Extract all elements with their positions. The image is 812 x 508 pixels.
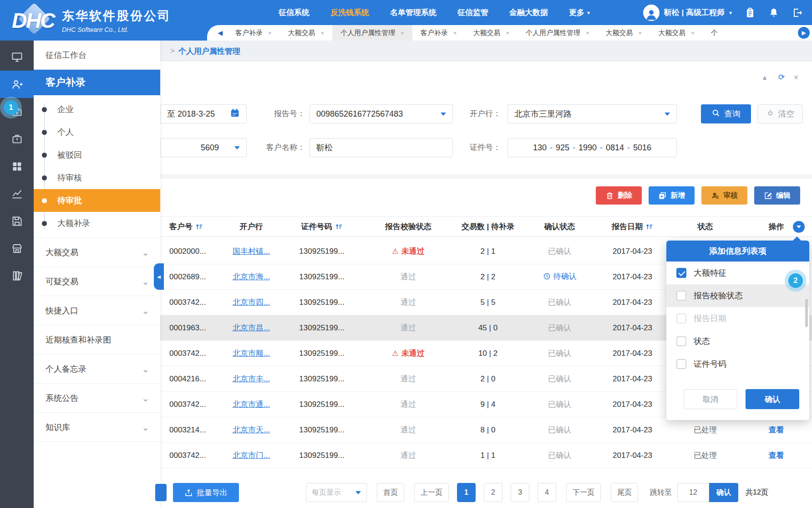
user-menu[interactable]: 靳松 | 高级工程师 ▾: [643, 5, 732, 21]
add-button[interactable]: 新增: [649, 186, 695, 205]
bell-icon[interactable]: [768, 7, 779, 18]
date-to-field[interactable]: 至 2018-3-25: [160, 104, 247, 123]
page-number-button[interactable]: 3: [511, 483, 529, 502]
top-nav-item[interactable]: 反洗钱系统: [330, 7, 372, 18]
top-nav-item[interactable]: 征信系统: [279, 7, 312, 18]
checkbox-icon[interactable]: [676, 313, 686, 323]
bank-link[interactable]: 国丰村镇...: [233, 247, 270, 256]
sidebar-section-item[interactable]: 系统公告 ⌄: [34, 384, 160, 413]
books-icon[interactable]: [0, 262, 34, 289]
tab[interactable]: 大额交易 ×: [280, 25, 333, 41]
column-option[interactable]: 证件号码: [666, 353, 809, 375]
clear-button[interactable]: 清空: [757, 104, 803, 123]
last-page-button[interactable]: 尾页: [611, 483, 638, 502]
sort-icon[interactable]: [645, 223, 653, 231]
tabs-scroll-right-button[interactable]: ▶: [798, 27, 810, 39]
sidebar-sub-item[interactable]: 被驳回: [34, 144, 160, 166]
jump-page-input[interactable]: 12: [677, 483, 709, 502]
bank-link[interactable]: 北京市天...: [233, 426, 270, 434]
bank-link[interactable]: 北京市昌...: [233, 323, 270, 332]
tabs-scroll-left-button[interactable]: ◀: [213, 29, 227, 36]
top-nav-item[interactable]: 更多 ▾: [569, 7, 590, 18]
customer-name-input[interactable]: 靳松: [310, 138, 453, 157]
column-header-confirm-status[interactable]: 确认状态: [524, 221, 595, 232]
column-header-report-date[interactable]: 报告日期: [595, 221, 670, 232]
sidebar-section-item[interactable]: 个人备忘录 ⌄: [34, 354, 160, 384]
tab-close-icon[interactable]: ×: [268, 30, 272, 36]
tab-close-icon[interactable]: ×: [401, 30, 404, 36]
top-nav-item[interactable]: 名单管理系统: [390, 7, 439, 18]
sidebar-item-workbench[interactable]: 征信工作台: [34, 41, 160, 70]
sidebar-section-item[interactable]: 大额交易 ⌄: [34, 238, 160, 267]
sidebar-collapse-handle[interactable]: ◀: [154, 263, 164, 290]
bank-link[interactable]: 北京市顺...: [233, 349, 270, 358]
line-chart-icon[interactable]: [0, 180, 34, 207]
column-header-status[interactable]: 状态: [670, 221, 741, 232]
sidebar-section-item[interactable]: 可疑交易 ⌄: [34, 267, 160, 296]
delete-button[interactable]: 删除: [596, 186, 642, 205]
bank-link[interactable]: 北京市通...: [233, 400, 270, 409]
panel-refresh-icon[interactable]: ⟳: [777, 73, 786, 82]
top-nav-item[interactable]: 征信监管: [457, 7, 491, 18]
panel-close-icon[interactable]: ✕: [792, 73, 800, 82]
tab-close-icon[interactable]: ×: [639, 30, 642, 36]
tab[interactable]: 个: [703, 25, 731, 41]
view-link[interactable]: 查看: [769, 451, 784, 460]
edit-button[interactable]: 编辑: [754, 186, 800, 205]
jump-confirm-button[interactable]: 确认: [709, 483, 738, 502]
page-number-button[interactable]: 2: [484, 483, 502, 502]
column-header-id-no[interactable]: 证件号码: [279, 221, 365, 232]
table-row[interactable]: 0003742... 北京市门... 130925199... ⚠通过 1 | …: [160, 443, 812, 468]
tab-close-icon[interactable]: ×: [453, 30, 457, 36]
tab-close-icon[interactable]: ×: [586, 30, 589, 36]
store-icon[interactable]: [0, 235, 34, 262]
search-button[interactable]: 查询: [701, 104, 751, 123]
sort-icon[interactable]: [335, 223, 343, 231]
sidebar-sub-item[interactable]: 待审批: [34, 189, 160, 212]
sidebar-sub-item[interactable]: 大额补录: [34, 212, 160, 235]
sidebar-group-customer-supplement[interactable]: 客户补录: [34, 70, 160, 95]
bank-link[interactable]: 北京市四...: [233, 298, 270, 307]
column-settings-dropdown-button[interactable]: [793, 221, 805, 233]
calendar-icon[interactable]: [230, 108, 240, 120]
sort-icon[interactable]: [195, 223, 203, 231]
bank-link[interactable]: 北京市门...: [233, 451, 270, 460]
save-icon[interactable]: [0, 207, 34, 235]
table-row[interactable]: 0003214... 北京市天... 130925199... ⚠通过 8 | …: [160, 417, 812, 443]
tab-close-icon[interactable]: ×: [321, 30, 325, 36]
column-option[interactable]: 报告日期: [666, 307, 809, 330]
tab[interactable]: 客户补录 ×: [227, 25, 280, 41]
sidebar-section-item[interactable]: 快捷入口 ⌄: [34, 296, 160, 325]
report-no-select[interactable]: 0098652616772567483: [310, 104, 453, 123]
tab[interactable]: 大额交易 ×: [465, 25, 518, 41]
first-page-button[interactable]: 首页: [377, 483, 404, 502]
bank-link[interactable]: 北京市丰...: [233, 375, 270, 383]
tab[interactable]: 大额交易 ×: [650, 25, 703, 41]
alert-case-icon[interactable]: [0, 125, 34, 153]
view-link[interactable]: 查看: [769, 426, 784, 434]
sidebar-sub-item[interactable]: 企业: [34, 98, 160, 121]
cancel-button[interactable]: 取消: [684, 389, 737, 409]
tab[interactable]: 个人用户属性管理 ×: [332, 25, 412, 41]
checkbox-icon[interactable]: [676, 268, 686, 278]
column-header-bank[interactable]: 开户行: [224, 221, 279, 232]
column-header-tx-count[interactable]: 交易数 | 待补录: [452, 221, 524, 232]
column-option[interactable]: 状态: [666, 330, 809, 353]
audit-button[interactable]: 审核: [701, 186, 747, 205]
confirm-button[interactable]: 确认: [746, 389, 799, 409]
page-number-button[interactable]: 1: [457, 483, 476, 502]
column-header-check-status[interactable]: 报告校验状态: [365, 221, 452, 232]
grid-icon[interactable]: [0, 153, 34, 180]
batch-export-button[interactable]: 批量导出: [173, 483, 239, 502]
bank-link[interactable]: 北京市海...: [233, 272, 270, 281]
bank-select[interactable]: 北京市三里河路: [508, 104, 677, 123]
tab-close-icon[interactable]: ×: [691, 30, 695, 36]
customer-no-select[interactable]: 5609: [160, 138, 247, 157]
monitor-icon[interactable]: [0, 43, 34, 71]
sidebar-section-item[interactable]: 近期核查和补录图: [34, 325, 160, 354]
tab[interactable]: 大额交易 ×: [598, 25, 650, 41]
id-no-input[interactable]: 130-925-1990-0814-5016: [508, 138, 677, 157]
person-add-icon[interactable]: [0, 71, 34, 98]
checkbox-icon[interactable]: [676, 359, 686, 369]
column-header-customer-no[interactable]: 客户号: [160, 221, 224, 232]
